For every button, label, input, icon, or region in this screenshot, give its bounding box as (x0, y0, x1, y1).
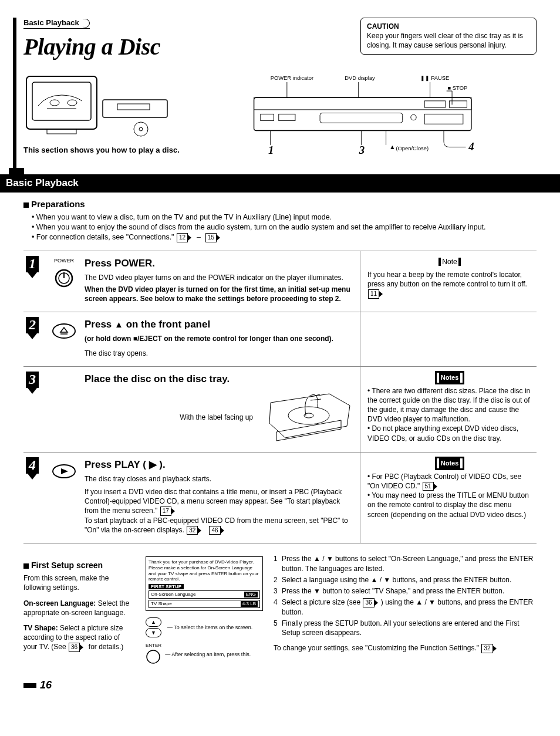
svg-rect-4 (117, 104, 150, 110)
step-number: 2 (26, 317, 39, 333)
caution-heading: CAUTION (367, 22, 399, 31)
step-text: If you insert a DVD video disc that cont… (85, 487, 353, 535)
first-setup-section: First Setup screen From this screen, mak… (23, 554, 537, 666)
fs-text: TV Shape: Select a picture size accordin… (23, 623, 135, 652)
setup-steps-list: 1Press the ▲ / ▼ buttons to select "On-S… (274, 554, 537, 637)
svg-rect-11 (254, 97, 471, 110)
page-ref-icon: 11 (368, 289, 379, 299)
list-item: 4Select a picture size (see 36 ) using t… (274, 597, 537, 617)
enter-button-icon (146, 649, 161, 664)
svg-text:▲: ▲ (389, 144, 395, 150)
svg-rect-1 (32, 82, 91, 120)
list-item: 3Press the ▼ button to select "TV Shape,… (274, 586, 537, 596)
step-number: 1 (26, 256, 39, 272)
svg-rect-2 (47, 129, 76, 134)
list-item: 1Press the ▲ / ▼ buttons to select "On-S… (274, 554, 537, 573)
label-power-indicator: POWER indicator (271, 75, 313, 81)
step-text: The DVD video player turns on and the PO… (85, 273, 353, 282)
page-ref-icon: 32 (187, 526, 198, 535)
preparations-list: When you want to view a disc, turn on th… (23, 212, 537, 242)
prep-item: For connection details, see "Connections… (32, 232, 537, 242)
note-item: For PBC (Playback Control) of VIDEO CDs,… (367, 472, 532, 491)
svg-rect-13 (279, 114, 295, 120)
breadcrumb-text: Basic Playback (23, 18, 79, 28)
note-list: For PBC (Playback Control) of VIDEO CDs,… (367, 472, 532, 519)
diagram-num-1: 1 (268, 143, 274, 156)
note-label: Notes (437, 373, 463, 383)
label-stop: ■ STOP (447, 85, 467, 91)
caution-box: CAUTION Keep your fingers well clear of … (360, 18, 537, 55)
prep-item: When you want to view a disc, turn on th… (32, 212, 537, 222)
svg-rect-14 (320, 113, 403, 123)
label-pause: ❚❚ PAUSE (420, 75, 450, 82)
step-row: 4 Press PLAY ( ▶ ). The disc tray closes… (23, 453, 537, 543)
step-title: Press ▲ on the front panel (85, 318, 353, 332)
first-setup-heading: First Setup screen (23, 560, 135, 571)
note-label: Note (438, 258, 460, 266)
page-ref-icon: 32 (481, 644, 492, 653)
prep-item: When you want to enjoy the sound of disc… (32, 222, 537, 232)
nav-buttons-illustration: ▲ ▼ — To select the items on the screen.… (146, 617, 263, 666)
step-title: Place the disc on the disc tray. (85, 373, 353, 386)
diagram-num-4: 4 (468, 140, 474, 153)
disc-tray-illustration (265, 391, 353, 444)
svg-point-27 (288, 407, 329, 424)
steps-table: 1 POWER Press POWER. The DVD video playe… (23, 251, 537, 543)
page-ref-icon: 36 (69, 643, 80, 652)
label-open-close: (Open/Close) (396, 146, 429, 151)
svg-point-15 (411, 114, 416, 120)
caution-body: Keep your fingers well clear of the disc… (367, 32, 523, 49)
note-item: Do not place anything except DVD video d… (367, 424, 532, 443)
diagram-num-3: 3 (358, 143, 364, 156)
tray-caption: With the label facing up (85, 413, 253, 422)
note-list: There are two different disc sizes. Plac… (367, 386, 532, 443)
svg-point-6 (139, 127, 143, 131)
fs-text: From this screen, make the following set… (23, 573, 135, 592)
note-item: There are two different disc sizes. Plac… (367, 386, 532, 424)
list-item: 5Finally press the SETUP button. All you… (274, 619, 537, 637)
svg-rect-3 (103, 100, 167, 117)
preparations-heading: Preparations (23, 198, 537, 210)
step-sub: (or hold down ■/EJECT on the remote cont… (85, 334, 353, 343)
page-number: 16 (23, 678, 537, 692)
section-bar: Basic Playback (0, 174, 560, 193)
step-row: 3 Place the disc on the disc tray. With … (23, 367, 537, 453)
page-title: Playing a Disc (23, 31, 349, 63)
play-button-icon (43, 453, 85, 543)
svg-point-5 (134, 122, 148, 136)
eject-button-icon (43, 312, 85, 366)
step-number: 4 (26, 457, 39, 474)
player-diagram: POWER indicator DVD display ❚❚ PAUSE ■ S… (191, 73, 537, 164)
step-row: 2 Press ▲ on the front panel (or hold do… (23, 312, 537, 366)
breadcrumb: Basic Playback (23, 18, 90, 29)
step-text: When the DVD video player is turned on f… (85, 285, 353, 303)
note-body: If you hear a beep by the remote control… (367, 271, 527, 288)
page-ref-icon: 12 (177, 233, 188, 242)
step-text: The disc tray closes and playback starts… (85, 474, 353, 484)
page-ref-icon: 46 (209, 526, 220, 535)
intro-text: This section shows you how to play a dis… (23, 145, 180, 156)
step-title: Press PLAY ( ▶ ). (85, 458, 353, 472)
svg-rect-18 (424, 114, 463, 124)
power-button-icon: POWER (43, 251, 85, 312)
page-ref-icon: 51 (423, 482, 434, 491)
svg-rect-0 (26, 76, 97, 129)
up-button-icon: ▲ (146, 617, 161, 627)
svg-point-30 (147, 650, 160, 663)
list-item: 2Select a language using the ▲ / ▼ butto… (274, 575, 537, 585)
setup-screen-illustration: Thank you for your purchase of DVD-Video… (146, 556, 263, 610)
note-label: Notes (437, 458, 463, 468)
eject-glyph-icon: ▲ (114, 319, 123, 329)
svg-point-26 (53, 324, 75, 338)
step-title: Press POWER. (85, 257, 353, 271)
fs-tail: To change your settings, see "Customizin… (274, 643, 537, 653)
page-ref-icon: 36 (363, 598, 374, 607)
tv-player-illustration: This section shows you how to play a dis… (23, 73, 180, 164)
step-row: 1 POWER Press POWER. The DVD video playe… (23, 251, 537, 313)
step-number: 3 (26, 372, 39, 388)
svg-rect-12 (261, 114, 274, 120)
side-rule (13, 18, 16, 170)
step-text: The disc tray opens. (85, 349, 353, 358)
down-button-icon: ▼ (146, 628, 161, 637)
page-ref-icon: 17 (160, 507, 171, 516)
